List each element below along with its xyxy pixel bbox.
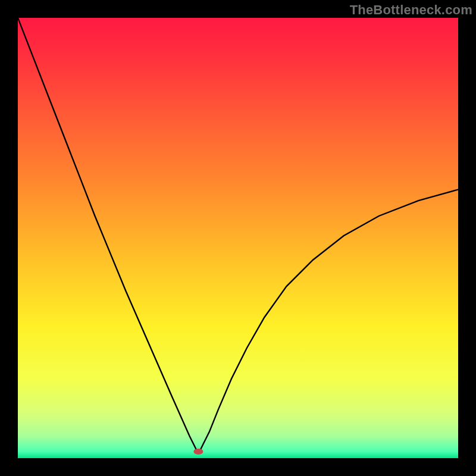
chart-frame	[18, 18, 458, 458]
chart-svg	[18, 18, 458, 458]
min-point-marker	[193, 449, 203, 455]
chart-background	[18, 18, 458, 458]
watermark-text: TheBottleneck.com	[350, 2, 472, 18]
